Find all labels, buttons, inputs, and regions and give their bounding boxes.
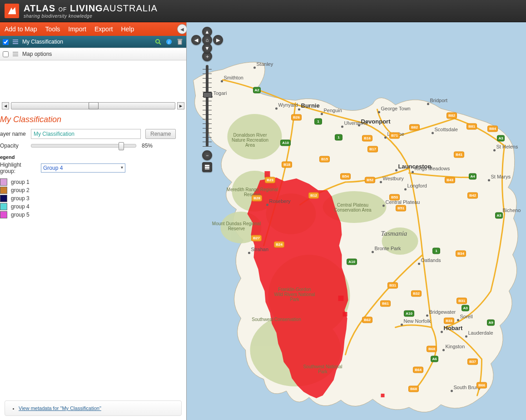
svg-text:Central PlateauConservation Ar: Central PlateauConservation Area [334,203,372,212]
svg-text:Devonport: Devonport [361,118,391,125]
svg-text:B51: B51 [397,206,404,210]
layers-button[interactable] [202,162,212,172]
legend-item[interactable]: group 4 [0,203,184,211]
svg-text:B52: B52 [367,178,373,182]
legend-swatch [0,195,7,202]
svg-text:Wynyard: Wynyard [278,102,298,108]
zoom-out-button[interactable]: － [202,150,212,160]
zoom-to-layer-icon[interactable] [154,38,162,45]
menu-tools[interactable]: Tools [45,25,60,33]
scroll-thumb[interactable] [89,102,99,109]
layer-name-input[interactable] [31,129,141,139]
pan-left-button[interactable]: ◀ [191,35,201,45]
svg-text:Lauderdale: Lauderdale [468,330,493,336]
pan-down-button[interactable]: ▼ [202,43,212,53]
legend-swatch [0,178,7,186]
opacity-slider[interactable] [31,144,136,148]
svg-text:B42: B42 [469,193,476,198]
svg-rect-22 [343,312,347,316]
logo-text-block: ATLAS OF LIVINGAUSTRALIA sharing biodive… [24,4,158,19]
metadata-footer: View metadata for "My Classification" [5,400,182,416]
rename-button[interactable]: Rename [145,129,176,139]
svg-text:B12: B12 [310,193,317,198]
info-icon[interactable]: i [165,38,173,45]
svg-point-77 [465,336,467,338]
svg-point-53 [412,171,414,173]
svg-text:B16: B16 [364,136,371,140]
svg-text:A10: A10 [406,311,412,316]
legend-swatch [0,203,7,210]
svg-rect-188 [205,165,209,166]
delete-layer-icon[interactable] [176,38,184,45]
svg-text:B82: B82 [448,114,455,118]
svg-point-67 [418,263,420,265]
svg-text:B32: B32 [413,292,420,296]
svg-text:Stanley: Stanley [257,61,273,67]
svg-text:Hobart: Hobart [444,325,463,331]
legend-item[interactable]: group 1 [0,178,184,186]
svg-rect-189 [205,167,209,168]
menu-import[interactable]: Import [68,25,86,33]
layer-row-options[interactable]: Map options [0,48,186,60]
pan-right-button[interactable]: ▶ [213,35,223,45]
metadata-link[interactable]: View metadata for "My Classification" [19,405,101,411]
svg-rect-9 [13,52,18,53]
layer-list-empty-area [0,60,186,101]
svg-point-43 [378,111,380,114]
svg-text:B34: B34 [457,252,464,256]
highlight-row: Highlight group: Group 4 [0,162,184,174]
svg-text:1: 1 [337,135,340,139]
menu-export[interactable]: Export [94,25,113,33]
highlight-group-combo[interactable]: Group 4 [41,163,125,173]
svg-rect-8 [178,39,182,40]
map-controls: ▲ ◀ ⌂ ▶ ▼ ＋ － [191,27,223,172]
svg-text:Smithton: Smithton [224,75,243,80]
menu-add-to-map[interactable]: Add to Map [5,25,37,33]
svg-text:Westbury: Westbury [383,176,404,181]
opacity-value-text: 85% [142,143,153,149]
svg-point-39 [358,124,360,127]
brand-mid: LIVING [70,3,103,13]
collapse-sidebar-button[interactable]: ◀ [177,24,187,34]
svg-rect-190 [205,168,209,169]
legend-item[interactable]: group 2 [0,186,184,194]
legend-label: egend [0,154,184,160]
svg-point-85 [266,204,268,206]
svg-text:Kingston: Kingston [446,344,465,349]
svg-text:A2: A2 [254,88,259,92]
svg-text:B68: B68 [410,387,417,391]
layer-active-checkbox[interactable] [3,39,9,45]
zoom-slider-handle[interactable] [203,92,212,98]
svg-text:B18: B18 [283,163,290,167]
svg-text:B24: B24 [276,242,283,247]
svg-rect-1 [13,41,18,42]
svg-rect-24 [265,171,270,178]
opacity-slider-knob[interactable] [119,142,124,150]
layer-options-checkbox[interactable] [3,51,9,57]
scroll-track[interactable] [11,102,175,109]
svg-text:A6: A6 [432,357,437,361]
scroll-left-arrow[interactable]: ◀ [2,102,9,109]
logo-mark [5,4,19,18]
layer-name-label: ayer name [0,131,26,137]
menu-help[interactable]: Help [121,25,134,33]
legend-item[interactable]: group 5 [0,211,184,219]
layer-row-active[interactable]: My Classification i [0,36,186,48]
map-canvas[interactable]: Tasmania SmithtonStanleyTogariWynyardBur… [187,22,526,420]
svg-text:A10: A10 [348,260,355,264]
svg-text:Bicheno: Bicheno [503,208,521,213]
legend-item-label: group 3 [11,195,30,202]
horizontal-scrollbar[interactable]: ◀ ▶ [0,101,186,110]
svg-text:B33: B33 [446,319,452,323]
svg-text:George Town: George Town [381,106,411,111]
svg-point-75 [441,331,443,333]
svg-text:Strahan: Strahan [251,247,269,252]
layer-list-icon [12,51,19,57]
legend-item[interactable]: group 3 [0,194,184,203]
zoom-slider-track[interactable] [206,65,208,147]
svg-text:B82: B82 [411,125,418,129]
svg-text:B66: B66 [478,383,485,387]
legend-swatch [0,187,7,194]
scroll-right-arrow[interactable]: ▶ [177,102,184,109]
svg-text:Scottsdale: Scottsdale [435,127,458,132]
